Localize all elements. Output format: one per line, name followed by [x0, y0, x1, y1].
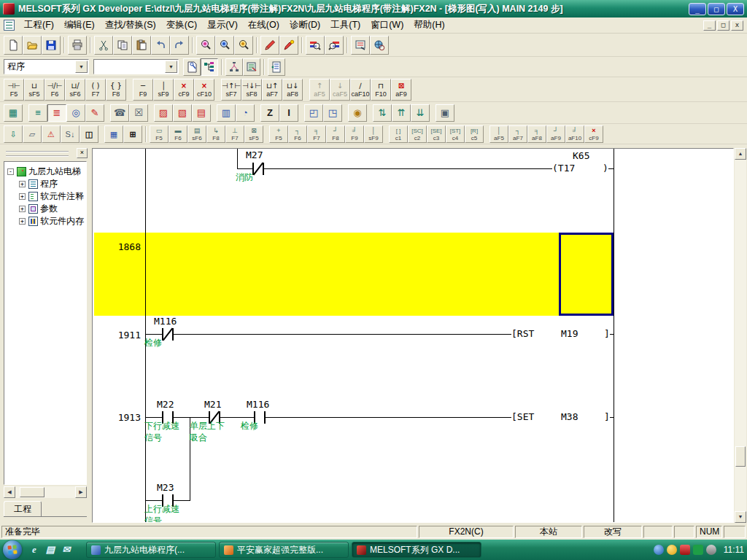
instruction-set[interactable]: [SET: [511, 412, 534, 422]
parallel-falling-pulse-button[interactable]: ⊔↓aF8: [282, 79, 303, 101]
contact-m116[interactable]: [162, 328, 174, 341]
mdi-restore-button[interactable]: □: [717, 20, 729, 31]
sfc-line-button[interactable]: ┐aF7: [508, 125, 527, 143]
messenger-tray-icon[interactable]: [654, 545, 664, 555]
cross-reference-icon[interactable]: [268, 58, 285, 76]
parallel-rising-pulse-button[interactable]: ⊔↑aF7: [262, 79, 282, 101]
line-statement-up-icon[interactable]: ⇅: [373, 104, 392, 122]
application-instruction-button[interactable]: { }F8: [106, 79, 126, 101]
menu-item[interactable]: 在线(O): [243, 18, 285, 33]
transfer-setup-icon[interactable]: [351, 36, 370, 55]
sfc-symbol-button[interactable]: ╛F9: [345, 125, 364, 143]
parallel-open-contact-button[interactable]: ⊔sF5: [24, 79, 44, 101]
error-jump-icon[interactable]: ⚠: [42, 125, 61, 143]
block-conversion-icon[interactable]: ◫: [80, 125, 98, 143]
scroll-up-icon[interactable]: ▲: [735, 148, 746, 160]
melsoft-app-icon[interactable]: [3, 3, 15, 15]
find-device-icon[interactable]: [196, 36, 215, 55]
program-monitor-icon[interactable]: [370, 36, 389, 55]
device-batch-icon[interactable]: [279, 36, 298, 55]
menu-item[interactable]: 窗口(W): [365, 18, 409, 33]
sfc-symbol-button[interactable]: ↳F8: [206, 125, 225, 143]
mdi-minimize-button[interactable]: _: [703, 20, 716, 31]
ladder-document-icon[interactable]: [4, 20, 15, 31]
chevron-down-icon[interactable]: ▼: [165, 61, 177, 73]
ladder-symbol-window-icon[interactable]: ▦: [4, 104, 23, 122]
rising-pulse-op-button[interactable]: ↑aF5: [309, 79, 330, 101]
ie-quicklaunch-icon[interactable]: e: [28, 543, 41, 556]
tree-item[interactable]: + 软元件内存: [4, 215, 86, 228]
remote-stop-icon[interactable]: I: [279, 104, 298, 122]
device-test-icon[interactable]: [260, 36, 279, 55]
menu-item[interactable]: 帮助(H): [409, 18, 449, 33]
open-icon[interactable]: [23, 36, 42, 55]
panel-close-icon[interactable]: ×: [77, 148, 88, 158]
tab-project[interactable]: 工程: [4, 501, 42, 516]
device-combo[interactable]: ▼: [93, 59, 179, 74]
sfc-symbol-button[interactable]: │sF9: [364, 125, 383, 143]
note-edit-icon[interactable]: ▤: [192, 104, 211, 122]
monitor-stop-icon[interactable]: [325, 36, 344, 55]
monitor-start-icon[interactable]: [306, 36, 325, 55]
program-transfer-icon[interactable]: ⇩: [4, 125, 23, 143]
coil-button[interactable]: ( )F7: [85, 79, 106, 101]
tree-expander[interactable]: +: [19, 181, 26, 187]
panel-grip[interactable]: [6, 151, 69, 157]
tree-item[interactable]: + 软元件注释: [4, 190, 86, 203]
delete-vertical-line-button[interactable]: ×cF10: [194, 79, 214, 101]
program-combo[interactable]: 程序 ▼: [4, 59, 89, 74]
remote-run-icon[interactable]: Z: [260, 104, 279, 122]
comm-disconnect-icon[interactable]: ☒: [129, 104, 148, 122]
data-stamp-icon[interactable]: ▱: [23, 125, 42, 143]
cut-icon[interactable]: [94, 36, 113, 55]
desktop-quicklaunch-icon[interactable]: ▤: [44, 543, 57, 556]
save-icon[interactable]: [42, 36, 61, 55]
tree-item[interactable]: + 参数: [4, 203, 86, 215]
online-change-icon[interactable]: ◉: [348, 104, 367, 122]
sfc-symbol-button[interactable]: ▬F6: [169, 125, 187, 143]
edit-cursor[interactable]: [559, 233, 614, 316]
parallel-closed-contact-button[interactable]: ⊔/sF6: [65, 79, 85, 101]
ladder-vertical-scrollbar[interactable]: ▲ ▼: [735, 148, 746, 523]
taskbar-window-button[interactable]: 平安赢家超强完整版...: [219, 542, 349, 558]
sfc-step-button[interactable]: [R]c5: [465, 125, 484, 143]
sfc-symbol-button[interactable]: ▤sF6: [187, 125, 206, 143]
invert-result-button[interactable]: ∕caF10: [350, 79, 371, 101]
coil-t17[interactable]: (T17: [552, 163, 575, 174]
sfc-line-button[interactable]: ×cF9: [584, 125, 603, 143]
find-contact-coil-icon[interactable]: [234, 36, 253, 55]
vertical-line-button[interactable]: │sF9: [153, 79, 174, 101]
menu-item[interactable]: 工程(F): [19, 18, 59, 33]
security-tray-icon[interactable]: [680, 545, 690, 555]
new-icon[interactable]: [4, 36, 23, 55]
minimize-button[interactable]: _: [689, 3, 706, 15]
line-statement-delete-icon[interactable]: ⇊: [411, 104, 430, 122]
monitor-display-icon[interactable]: ▣: [436, 104, 454, 122]
redo-icon[interactable]: [170, 36, 189, 55]
statement-edit-icon[interactable]: ▧: [173, 104, 192, 122]
device-comment-edit-icon[interactable]: [225, 58, 243, 76]
menu-item[interactable]: 变换(C): [161, 18, 202, 33]
tree-item[interactable]: - 九层九站电梯: [4, 166, 86, 178]
comment-display-icon[interactable]: [183, 58, 201, 76]
scroll-thumb[interactable]: [20, 487, 44, 497]
start-button[interactable]: [3, 540, 22, 559]
project-tree-toggle-icon[interactable]: [201, 58, 218, 76]
horizontal-line-button[interactable]: ─F9: [133, 79, 153, 101]
close-button[interactable]: X: [727, 3, 744, 15]
window-arrange-icon[interactable]: ◰: [304, 104, 323, 122]
line-write-button[interactable]: ⊓F10: [371, 79, 391, 101]
menu-item[interactable]: 显示(V): [202, 18, 243, 33]
instruction-rst[interactable]: [RST: [511, 329, 534, 339]
scroll-left-icon[interactable]: ◀: [4, 486, 15, 498]
scroll-thumb[interactable]: [735, 446, 746, 467]
scroll-down-icon[interactable]: ▼: [735, 511, 746, 523]
sfc-symbol-button[interactable]: ┘F8: [326, 125, 345, 143]
find-instruction-icon[interactable]: [215, 36, 234, 55]
chevron-down-icon[interactable]: ▼: [75, 61, 88, 73]
highlighted-rung[interactable]: [94, 233, 559, 316]
print-icon[interactable]: [68, 36, 87, 55]
tree-expander[interactable]: -: [7, 168, 14, 175]
sfc-line-button[interactable]: ╕aF8: [527, 125, 546, 143]
tree-expander[interactable]: +: [19, 218, 26, 225]
